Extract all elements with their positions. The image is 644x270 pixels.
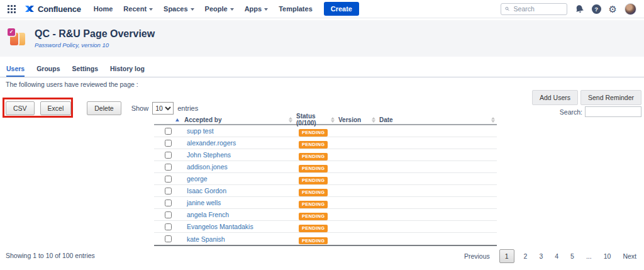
column-header-accepted-by[interactable]: Accepted by: [182, 116, 294, 123]
row-checkbox[interactable]: [165, 188, 172, 194]
pagination-ellipsis: ...: [584, 250, 594, 262]
global-search-box[interactable]: [501, 3, 567, 15]
tab-settings[interactable]: Settings: [72, 65, 98, 77]
pagination-page-5[interactable]: 5: [568, 250, 577, 262]
row-checkbox[interactable]: [165, 140, 172, 147]
tab-groups[interactable]: Groups: [36, 65, 60, 77]
user-name-link[interactable]: alexander.rogers: [182, 139, 294, 147]
description-text: The following users have reviewed the pa…: [6, 81, 138, 88]
tab-history-log[interactable]: History log: [110, 65, 145, 77]
user-name-link[interactable]: janine wells: [182, 199, 294, 206]
row-select-cell: [154, 188, 182, 194]
column-header-select[interactable]: [154, 118, 182, 121]
user-name-link[interactable]: Isaac Gordon: [182, 187, 294, 194]
user-name-link[interactable]: Evangelos Mantadakis: [182, 223, 294, 230]
export-excel-button[interactable]: Excel: [40, 101, 72, 115]
row-select-cell: [154, 152, 182, 159]
user-name-link[interactable]: John Stephens: [182, 151, 294, 159]
pagination-page-4[interactable]: 4: [552, 250, 561, 262]
user-avatar[interactable]: [625, 3, 636, 15]
pagination-page-3[interactable]: 3: [536, 250, 545, 262]
chevron-down-icon: [149, 8, 153, 11]
sort-toggle-icon: [372, 117, 375, 123]
user-name-link[interactable]: george: [182, 175, 294, 183]
pagination-page-2[interactable]: 2: [521, 250, 530, 262]
notifications-bell-icon[interactable]: [574, 3, 585, 14]
page-title-block: QC - R&U Page Overview Password Policy, …: [35, 28, 155, 48]
column-header-status[interactable]: Status (0/100): [294, 113, 336, 127]
table-toolbar: CSV Excel Delete Show 10 entries: [6, 101, 198, 115]
export-csv-button[interactable]: CSV: [6, 101, 35, 115]
nav-item-recent[interactable]: Recent: [123, 5, 153, 13]
nav-item-home[interactable]: Home: [94, 5, 113, 13]
status-cell: PENDING: [294, 185, 336, 196]
pagination: Previous12345...10Next: [462, 249, 639, 263]
user-name-link[interactable]: kate Spanish: [182, 235, 294, 243]
add-users-button[interactable]: Add Users: [532, 90, 578, 105]
nav-item-label: Templates: [279, 5, 313, 13]
row-checkbox[interactable]: [165, 223, 172, 230]
help-icon[interactable]: ?: [592, 4, 601, 14]
table-row: janine wellsPENDING: [154, 197, 497, 209]
pagination-page-10[interactable]: 10: [601, 250, 614, 262]
nav-item-apps[interactable]: Apps: [245, 5, 269, 13]
top-navigation-bar: Confluence HomeRecentSpacesPeopleAppsTem…: [0, 0, 644, 18]
table-row: georgePENDING: [154, 173, 497, 185]
nav-item-label: Recent: [123, 5, 147, 13]
page-size-group: Show 10 entries: [131, 102, 199, 115]
status-cell: PENDING: [294, 161, 336, 172]
row-checkbox[interactable]: [165, 128, 172, 135]
row-checkbox[interactable]: [165, 176, 172, 183]
global-search-input[interactable]: [513, 4, 563, 13]
send-reminder-button[interactable]: Send Reminder: [580, 90, 641, 105]
row-select-cell: [154, 164, 182, 171]
tab-users[interactable]: Users: [6, 65, 25, 77]
status-cell: PENDING: [294, 137, 336, 149]
chevron-down-icon: [264, 8, 268, 11]
table-search-input[interactable]: [585, 106, 641, 117]
app-switcher-grid-icon[interactable]: [8, 5, 16, 13]
table-row: Evangelos MantadakisPENDING: [154, 221, 497, 233]
pagination-next[interactable]: Next: [620, 250, 639, 262]
row-checkbox[interactable]: [165, 152, 172, 159]
nav-item-people[interactable]: People: [205, 5, 234, 13]
column-header-version[interactable]: Version: [336, 116, 377, 123]
search-icon: [505, 6, 509, 12]
create-button[interactable]: Create: [324, 2, 359, 16]
row-select-cell: [154, 176, 182, 183]
confluence-logo[interactable]: Confluence: [25, 4, 81, 14]
user-name-link[interactable]: angela French: [182, 211, 294, 218]
page-size-select[interactable]: 10: [152, 102, 174, 115]
status-badge: PENDING: [299, 237, 328, 245]
nav-item-spaces[interactable]: Spaces: [164, 5, 194, 13]
column-header-label: Status (0/100): [296, 113, 331, 127]
row-checkbox[interactable]: [165, 235, 172, 242]
column-header-date[interactable]: Date: [377, 116, 497, 123]
user-name-link[interactable]: supp test: [182, 127, 294, 135]
page-subtitle-link[interactable]: Password Policy, version 10: [35, 42, 155, 48]
status-badge: PENDING: [299, 129, 328, 137]
nav-item-templates[interactable]: Templates: [279, 5, 313, 13]
row-checkbox[interactable]: [165, 164, 172, 171]
status-cell: PENDING: [294, 221, 336, 232]
sort-ascending-icon: [175, 118, 179, 121]
pagination-previous[interactable]: Previous: [462, 250, 492, 262]
page-title: QC - R&U Page Overview: [35, 28, 155, 40]
table-search-label: Search:: [560, 108, 582, 116]
user-name-link[interactable]: addison.jones: [182, 163, 294, 171]
topnav-right-group: ? ⚙: [501, 3, 636, 15]
table-row: angela FrenchPENDING: [154, 209, 497, 221]
pagination-page-1[interactable]: 1: [499, 249, 514, 263]
show-label: Show: [131, 104, 149, 112]
delete-button[interactable]: Delete: [87, 101, 121, 115]
row-checkbox[interactable]: [165, 211, 172, 218]
table-row: kate SpanishPENDING: [154, 233, 497, 245]
row-select-cell: [154, 200, 182, 206]
product-name: Confluence: [38, 4, 81, 14]
row-select-cell: [154, 235, 182, 242]
table-row: Isaac GordonPENDING: [154, 185, 497, 197]
status-badge: PENDING: [299, 225, 328, 232]
row-checkbox[interactable]: [165, 200, 172, 206]
gear-icon[interactable]: ⚙: [609, 4, 617, 14]
primary-nav-menu: HomeRecentSpacesPeopleAppsTemplates: [94, 5, 313, 13]
